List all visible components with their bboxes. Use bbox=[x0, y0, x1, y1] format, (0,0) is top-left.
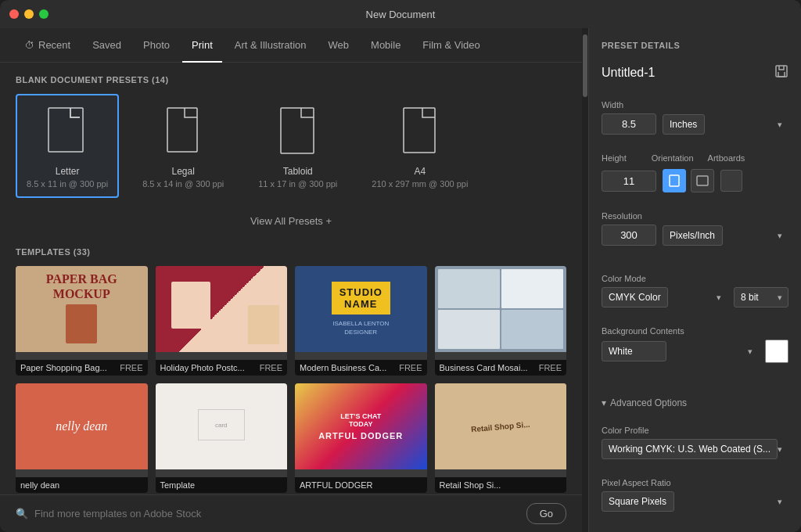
templates-grid: PAPER BAGMOCKUP Paper Shopping Bag... FR… bbox=[16, 266, 566, 493]
preset-name-row bbox=[602, 64, 788, 81]
template-business-mosaic[interactable]: Business Card Mosai... FREE bbox=[435, 266, 567, 376]
right-panel: PRESET DETAILS Width Inches cm bbox=[588, 28, 801, 532]
color-profile-wrapper: Working CMYK: U.S. Web Coated (S... bbox=[602, 439, 788, 459]
pixel-ratio-select[interactable]: Square Pixels bbox=[602, 491, 674, 512]
recent-icon: ⏱ bbox=[25, 40, 34, 51]
color-profile-section: Color Profile Working CMYK: U.S. Web Coa… bbox=[602, 426, 788, 459]
orientation-label: Orientation bbox=[652, 153, 694, 163]
template-paper-bag[interactable]: PAPER BAGMOCKUP Paper Shopping Bag... FR… bbox=[16, 266, 148, 376]
scrollbar[interactable] bbox=[582, 28, 588, 532]
artboards-checkbox[interactable] bbox=[720, 170, 742, 192]
template-retail[interactable]: Retail Shop Si... Retail Shop Si... bbox=[435, 383, 567, 493]
tab-print[interactable]: Print bbox=[182, 28, 222, 63]
landscape-button[interactable] bbox=[691, 169, 714, 192]
content-area: BLANK DOCUMENT PRESETS (14) Letter bbox=[0, 63, 582, 494]
preset-a4-size: 210 x 297 mm @ 300 ppi bbox=[372, 179, 468, 189]
bg-color-swatch[interactable] bbox=[765, 340, 788, 363]
traffic-lights bbox=[9, 9, 48, 19]
title-bar: New Document bbox=[0, 0, 801, 28]
bg-contents-wrapper: White Black Transparent bbox=[602, 341, 759, 361]
preset-letter-name: Letter bbox=[56, 166, 80, 177]
tab-art[interactable]: Art & Illustration bbox=[225, 28, 316, 63]
maximize-traffic-light[interactable] bbox=[39, 9, 48, 19]
height-label: Height bbox=[602, 153, 627, 163]
window-title: New Document bbox=[366, 9, 436, 20]
tab-web[interactable]: Web bbox=[319, 28, 359, 63]
color-profile-select[interactable]: Working CMYK: U.S. Web Coated (S... bbox=[602, 439, 778, 459]
bit-depth-wrapper: 8 bit 16 bit 32 bit bbox=[734, 287, 788, 307]
color-profile-label: Color Profile bbox=[602, 426, 788, 435]
pixel-ratio-section: Pixel Aspect Ratio Square Pixels bbox=[602, 478, 788, 512]
presets-grid: Letter 8.5 x 11 in @ 300 ppi Legal 8.5 x… bbox=[16, 94, 566, 198]
color-mode-wrapper: CMYK Color RGB Color Grayscale bbox=[602, 287, 727, 307]
save-preset-button[interactable] bbox=[774, 64, 788, 81]
portrait-button[interactable] bbox=[663, 169, 686, 192]
search-container: 🔍 bbox=[16, 508, 520, 519]
document-name-input[interactable] bbox=[602, 66, 774, 80]
templates-section-header: TEMPLATES (33) bbox=[16, 247, 566, 257]
search-bar: 🔍 Go bbox=[0, 494, 582, 532]
template-6[interactable]: card Template bbox=[156, 383, 288, 493]
preset-legal-icon bbox=[160, 103, 207, 160]
resolution-input[interactable] bbox=[602, 225, 656, 246]
template-business-card[interactable]: STUDIO NAME ISABELLA LENTONDESIGNER Mode… bbox=[295, 266, 427, 376]
search-icon: 🔍 bbox=[16, 508, 28, 519]
template-thumb-5: nelly dean bbox=[16, 383, 148, 469]
preset-legal-name: Legal bbox=[172, 166, 195, 177]
preset-tabloid[interactable]: Tabloid 11 x 17 in @ 300 ppi bbox=[247, 94, 348, 198]
template-label-4: Business Card Mosai... FREE bbox=[435, 360, 567, 376]
orientation-buttons bbox=[663, 169, 714, 192]
template-holiday[interactable]: Holiday Photo Postc... FREE bbox=[156, 266, 288, 376]
preset-legal-size: 8.5 x 14 in @ 300 ppi bbox=[142, 179, 224, 189]
minimize-traffic-light[interactable] bbox=[24, 9, 34, 19]
resolution-section: Resolution Pixels/Inch Pixels/cm bbox=[602, 211, 788, 255]
template-thumb-3: STUDIO NAME ISABELLA LENTONDESIGNER bbox=[295, 266, 427, 352]
preset-tabloid-size: 11 x 17 in @ 300 ppi bbox=[258, 179, 337, 189]
template-artful-dodger[interactable]: LET'S CHATTODAY ARTFUL DODGER ARTFUL DOD… bbox=[295, 383, 427, 493]
template-thumb-1: PAPER BAGMOCKUP bbox=[16, 266, 148, 352]
bg-contents-select[interactable]: White Black Transparent bbox=[602, 341, 666, 361]
artboards-label: Artboards bbox=[708, 153, 745, 163]
resolution-label: Resolution bbox=[602, 211, 788, 221]
preset-a4-name: A4 bbox=[415, 166, 426, 177]
bit-depth-select[interactable]: 8 bit 16 bit 32 bit bbox=[734, 287, 788, 307]
unit-select-wrapper: Inches cm mm px bbox=[663, 114, 788, 135]
color-mode-select[interactable]: CMYK Color RGB Color Grayscale bbox=[602, 287, 668, 307]
template-thumb-6: card bbox=[156, 383, 288, 469]
preset-tabloid-icon bbox=[275, 103, 321, 160]
unit-select[interactable]: Inches cm mm px bbox=[663, 114, 705, 135]
resolution-unit-wrapper: Pixels/Inch Pixels/cm bbox=[663, 225, 788, 246]
tab-photo[interactable]: Photo bbox=[134, 28, 179, 63]
bg-contents-row: White Black Transparent bbox=[602, 340, 788, 363]
tab-saved[interactable]: Saved bbox=[83, 28, 131, 63]
go-button[interactable]: Go bbox=[526, 503, 566, 524]
svg-rect-0 bbox=[48, 108, 83, 152]
preset-a4[interactable]: A4 210 x 297 mm @ 300 ppi bbox=[361, 94, 479, 198]
width-input[interactable] bbox=[602, 113, 656, 135]
preset-tabloid-name: Tabloid bbox=[283, 166, 313, 177]
search-input[interactable] bbox=[34, 508, 520, 519]
preset-letter-icon bbox=[44, 103, 91, 160]
tab-recent[interactable]: ⏱ Recent bbox=[16, 28, 80, 63]
svg-rect-1 bbox=[167, 108, 197, 152]
preset-letter[interactable]: Letter 8.5 x 11 in @ 300 ppi bbox=[16, 94, 119, 198]
preset-details-label: PRESET DETAILS bbox=[602, 41, 788, 50]
close-traffic-light[interactable] bbox=[9, 9, 19, 19]
template-thumb-8: Retail Shop Si... bbox=[435, 383, 567, 469]
template-thumb-2 bbox=[156, 266, 288, 352]
template-label-3: Modern Business Ca... FREE bbox=[295, 360, 427, 376]
tab-film[interactable]: Film & Video bbox=[413, 28, 489, 63]
tab-mobile[interactable]: Mobile bbox=[361, 28, 410, 63]
color-mode-section: Color Mode CMYK Color RGB Color Grayscal… bbox=[602, 274, 788, 317]
svg-rect-5 bbox=[670, 175, 679, 186]
svg-rect-2 bbox=[281, 108, 314, 153]
resolution-unit-select[interactable]: Pixels/Inch Pixels/cm bbox=[663, 225, 723, 246]
view-all-button[interactable]: View All Presets + bbox=[241, 210, 341, 232]
main-container: ⏱ Recent Saved Photo Print Art & Illustr… bbox=[0, 28, 801, 532]
template-nelly-dean[interactable]: nelly dean nelly dean bbox=[16, 383, 148, 493]
preset-legal[interactable]: Legal 8.5 x 14 in @ 300 ppi bbox=[131, 94, 235, 198]
height-input[interactable] bbox=[602, 171, 656, 192]
template-thumb-4 bbox=[435, 266, 567, 352]
advanced-options-toggle[interactable]: ▾ Advanced Options bbox=[602, 397, 788, 408]
template-label-2: Holiday Photo Postc... FREE bbox=[156, 360, 288, 376]
